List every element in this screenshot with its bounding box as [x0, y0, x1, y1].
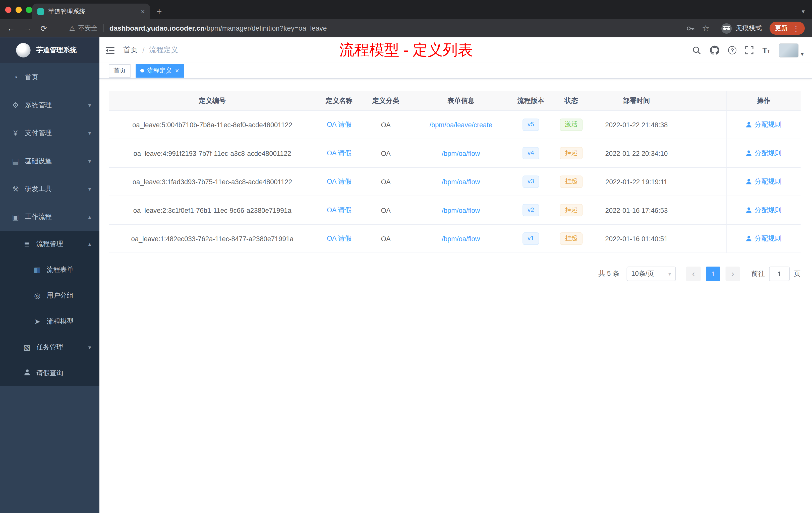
breadcrumb-separator: / [142, 46, 144, 55]
window-close-button[interactable] [5, 7, 11, 13]
table-row: oa_leave:3:1fad3d93-7b75-11ec-a3c8-acde4… [109, 168, 801, 196]
cell-deploy-time: 2022-01-22 19:19:11 [593, 178, 679, 185]
sidebar-item-process-management[interactable]: ≣ 流程管理 ▴ [0, 231, 99, 257]
form-info-link[interactable]: /bpm/oa/flow [442, 178, 480, 185]
search-icon[interactable] [693, 46, 701, 55]
browser-tab-strip: 芋道管理系统 × + ▾ [0, 0, 812, 19]
window-minimize-button[interactable] [16, 7, 22, 13]
next-page-button[interactable]: › [726, 267, 740, 281]
chevron-down-icon: ▾ [88, 185, 91, 192]
column-header-deploy-time: 部署时间 [593, 96, 679, 105]
assign-rule-button[interactable]: 分配规则 [746, 149, 781, 158]
key-icon[interactable] [686, 24, 694, 32]
assign-rule-button[interactable]: 分配规则 [746, 120, 781, 129]
browser-address-bar: ← → ⟳ ⚠ 不安全 dashboard.yudao.iocoder.cn/b… [0, 19, 812, 37]
definition-name-link[interactable]: OA 请假 [327, 149, 351, 157]
cell-status: 激活 [549, 119, 593, 131]
tag-label: 首页 [114, 66, 126, 75]
pagination: 共 5 条 10条/页 ▾ ‹ 1 › 前往 页 [109, 267, 801, 281]
url-input[interactable]: dashboard.yudao.iocoder.cn/bpm/manager/d… [110, 24, 327, 32]
definition-name-link[interactable]: OA 请假 [327, 121, 351, 128]
cell-form-info: /bpm/oa/flow [409, 149, 513, 157]
incognito-indicator: 无痕模式 [721, 23, 762, 33]
form-info-link[interactable]: /bpm/oa/flow [442, 206, 480, 214]
cell-definition-name: OA 请假 [316, 206, 362, 215]
incognito-icon [721, 23, 732, 33]
sidebar-item-process-form[interactable]: ▥ 流程表单 [0, 257, 99, 282]
sidebar-item-infrastructure[interactable]: ▤ 基础设施 ▾ [0, 147, 99, 175]
status-badge: 挂起 [560, 204, 583, 216]
sidebar-item-payment[interactable]: ¥ 支付管理 ▾ [0, 119, 99, 147]
sidebar-item-devtools[interactable]: ⚒ 研发工具 ▾ [0, 175, 99, 203]
assign-rule-label: 分配规则 [754, 177, 781, 186]
table-row: oa_leave:4:991f2193-7b7f-11ec-a3c8-acde4… [109, 139, 801, 168]
user-menu[interactable]: ▾ [779, 43, 804, 57]
cell-form-info: /bpm/oa/leave/create [409, 121, 513, 129]
browser-menu-icon[interactable]: ⋮ [792, 25, 800, 32]
security-indicator[interactable]: ⚠ 不安全 [69, 24, 98, 33]
github-icon[interactable] [710, 46, 719, 55]
tab-search-chevron-icon[interactable]: ▾ [802, 8, 805, 14]
page-size-select[interactable]: 10条/页 ▾ [627, 267, 676, 281]
definition-table: 定义编号 定义名称 定义分类 表单信息 流程版本 状态 部署时间 操作 oa_l… [109, 91, 801, 253]
form-info-link[interactable]: /bpm/oa/flow [442, 149, 480, 157]
cell-actions: 分配规则 [726, 111, 801, 139]
chevron-up-icon: ▴ [88, 240, 91, 247]
column-header-definition-category: 定义分类 [362, 96, 409, 105]
sidebar-collapse-icon[interactable] [106, 47, 115, 54]
cell-definition-name: OA 请假 [316, 177, 362, 186]
back-icon[interactable]: ← [7, 24, 15, 32]
tag-process-definition[interactable]: 流程定义 × [136, 64, 183, 78]
cell-definition-category: OA [362, 178, 409, 185]
tag-home[interactable]: 首页 [109, 64, 130, 78]
definition-name-link[interactable]: OA 请假 [327, 206, 351, 214]
browser-tab[interactable]: 芋道管理系统 × [32, 3, 150, 19]
cell-definition-id: oa_leave:2:3c1f0ef1-76b1-11ec-9c66-a2380… [109, 206, 316, 214]
chevron-down-icon: ▾ [88, 102, 91, 109]
update-button[interactable]: 更新 ⋮ [770, 22, 805, 35]
assign-rule-button[interactable]: 分配规则 [746, 234, 781, 243]
form-info-link[interactable]: /bpm/oa/flow [442, 235, 480, 242]
assign-rule-button[interactable]: 分配规则 [746, 177, 781, 186]
cell-definition-category: OA [362, 121, 409, 129]
forward-icon[interactable]: → [24, 24, 32, 32]
app-logo[interactable]: 芋道管理系统 [0, 37, 99, 63]
cell-definition-id: oa_leave:4:991f2193-7b7f-11ec-a3c8-acde4… [109, 149, 316, 157]
column-header-definition-name: 定义名称 [316, 96, 362, 105]
sidebar-item-label: 请假查询 [36, 369, 63, 378]
page-size-value: 10条/页 [631, 269, 654, 279]
fullscreen-icon[interactable] [745, 46, 754, 55]
window-zoom-button[interactable] [26, 7, 32, 13]
font-size-icon[interactable]: TT [762, 47, 770, 54]
table-header-row: 定义编号 定义名称 定义分类 表单信息 流程版本 状态 部署时间 操作 [109, 91, 801, 111]
sidebar-item-leave-query[interactable]: 请假查询 [0, 360, 99, 386]
sidebar-item-user-group[interactable]: ◎ 用户分组 [0, 282, 99, 308]
sidebar-item-label: 工作流程 [25, 212, 52, 221]
sidebar-item-workflow[interactable]: ▣ 工作流程 ▴ [0, 203, 99, 231]
cell-status: 挂起 [549, 204, 593, 216]
screenshot-root: 芋道管理系统 × + ▾ ← → ⟳ ⚠ 不安全 dashboard.yudao… [0, 0, 812, 513]
definition-name-link[interactable]: OA 请假 [327, 234, 351, 242]
list-icon: ≣ [23, 240, 31, 248]
page-number-button[interactable]: 1 [706, 267, 720, 281]
tag-close-icon[interactable]: × [175, 67, 179, 74]
assign-rule-button[interactable]: 分配规则 [746, 206, 781, 215]
form-info-link[interactable]: /bpm/oa/leave/create [429, 121, 492, 129]
tab-close-icon[interactable]: × [141, 8, 145, 15]
sidebar-item-home[interactable]: ◔ 首页 [0, 63, 99, 91]
new-tab-button[interactable]: + [156, 7, 162, 16]
breadcrumb-home[interactable]: 首页 [123, 46, 138, 55]
definition-name-link[interactable]: OA 请假 [327, 177, 351, 185]
goto-page-input[interactable] [769, 267, 790, 281]
sidebar-item-process-model[interactable]: ➤ 流程模型 [0, 308, 99, 334]
bookmark-star-icon[interactable]: ☆ [702, 24, 709, 32]
yen-icon: ¥ [11, 129, 20, 137]
sidebar-item-task-management[interactable]: ▧ 任务管理 ▾ [0, 334, 99, 360]
sidebar-item-system[interactable]: ⚙ 系统管理 ▾ [0, 91, 99, 119]
help-icon[interactable]: ? [728, 46, 736, 55]
column-header-actions: 操作 [726, 91, 801, 110]
prev-page-button[interactable]: ‹ [686, 267, 701, 281]
reload-icon[interactable]: ⟳ [40, 24, 47, 32]
chevron-down-icon: ▾ [88, 344, 91, 351]
chevron-down-icon: ▾ [88, 130, 91, 137]
